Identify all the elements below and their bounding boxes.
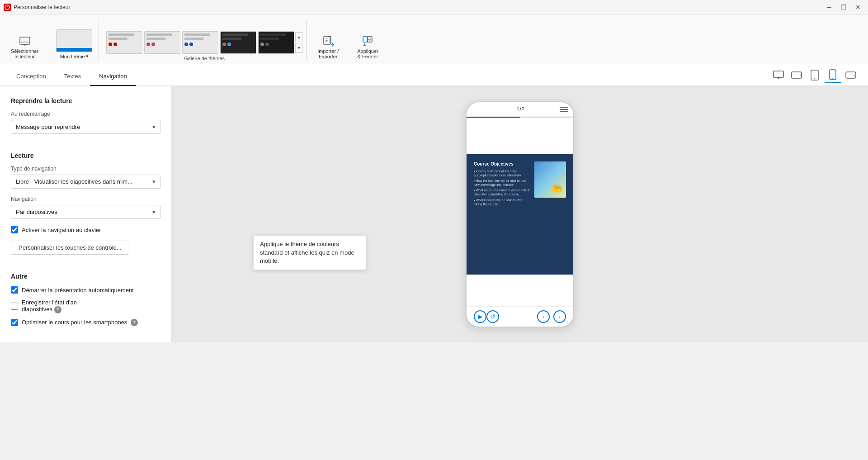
- enregistrer-help-icon[interactable]: ?: [54, 306, 61, 313]
- tab-conception[interactable]: Conception: [7, 67, 55, 86]
- phone-slide-blue: Course Objectives • Identify how technol…: [467, 154, 573, 275]
- enregistrer-label[interactable]: Enregistrer l'état d'an diapositives ?: [22, 299, 77, 313]
- theme-thumb-4[interactable]: [220, 31, 256, 54]
- hamburger-icon[interactable]: [560, 107, 568, 112]
- view-tablet-h-button[interactable]: [788, 67, 805, 83]
- tabs: Conception Textes Navigation: [0, 64, 868, 86]
- restore-button[interactable]: ❐: [837, 1, 850, 14]
- chevron-down-icon: ▾: [152, 123, 156, 130]
- phone-progress-fill: [467, 117, 520, 118]
- next-button[interactable]: ›: [553, 310, 566, 323]
- gallery-scroll-up[interactable]: ▲: [295, 32, 302, 42]
- theme-thumb-1[interactable]: [106, 31, 142, 54]
- tab-textes[interactable]: Textes: [55, 67, 90, 86]
- select-reader-icon: [19, 35, 31, 47]
- slide-text-column: Course Objectives • Identify how technol…: [474, 161, 531, 267]
- theme-accent-bar: [57, 48, 92, 52]
- svg-point-25: [854, 75, 855, 76]
- optimiser-label[interactable]: Optimiser le cours pour les smartphones …: [22, 319, 138, 327]
- my-theme-label: Mon thème ▾: [60, 53, 89, 59]
- ribbon-section-select: Sélectionner le lecteur: [4, 20, 46, 61]
- demarrer-checkbox[interactable]: [11, 286, 18, 294]
- phone-v-icon: [829, 69, 836, 80]
- gallery-scroll-down[interactable]: ▼: [295, 43, 302, 53]
- desktop-icon: [773, 71, 784, 80]
- tabs-container: Conception Textes Navigation: [0, 64, 868, 86]
- apply-close-button[interactable]: Appliquer & Fermer: [354, 33, 382, 61]
- navigation-label: Navigation: [11, 196, 160, 202]
- slide-bullet-4: • What learners will be able to after ta…: [474, 198, 531, 206]
- apply-close-icon: [361, 35, 374, 47]
- import-export-button[interactable]: Importer / Exporter: [314, 33, 342, 61]
- play-button[interactable]: ▶: [474, 310, 486, 323]
- optimiser-help-icon[interactable]: ?: [131, 319, 138, 326]
- tab-navigation[interactable]: Navigation: [90, 67, 136, 86]
- par-diapositives-dropdown[interactable]: Par diapositives ▾: [11, 205, 160, 219]
- close-button[interactable]: ✕: [852, 1, 864, 14]
- prev-button[interactable]: ‹: [537, 310, 550, 323]
- my-theme-button[interactable]: Mon thème ▾: [53, 28, 95, 61]
- page-indicator: 1/2: [516, 106, 524, 113]
- svg-rect-11: [363, 37, 368, 42]
- activer-navigation-checkbox[interactable]: [11, 226, 18, 233]
- ribbon-section-import: Importer / Exporter: [310, 20, 346, 61]
- activer-navigation-row: Activer la navigation au clavier: [11, 226, 160, 233]
- ribbon-section-my-theme: Mon thème ▾: [50, 20, 99, 61]
- enregistrer-checkbox[interactable]: [11, 303, 18, 310]
- svg-rect-15: [774, 71, 783, 77]
- view-toolbar: [770, 64, 868, 86]
- view-phone-v-button[interactable]: [825, 67, 841, 83]
- ribbon-section-gallery: ▲ ▼ Galerie de thèmes: [103, 20, 307, 61]
- optimiser-row: Optimiser le cours pour les smartphones …: [11, 319, 160, 327]
- theme-thumb-2[interactable]: [144, 31, 180, 54]
- import-export-icon: [322, 35, 335, 47]
- svg-point-21: [814, 78, 815, 79]
- svg-rect-2: [20, 37, 30, 44]
- phone-content: Course Objectives • Identify how technol…: [467, 118, 573, 306]
- libre-dropdown[interactable]: Libre - Visualiser les diapositives dans…: [11, 175, 160, 189]
- theme-gallery-wrapper: ▲ ▼: [106, 31, 302, 54]
- title-text: Personnaliser le lecteur: [14, 4, 70, 10]
- slide-image: 🤲: [534, 161, 566, 198]
- slide-title: Course Objectives: [474, 161, 531, 166]
- titlebar-left: Personnaliser le lecteur: [4, 4, 70, 11]
- slide-bullet-1: • Identify how technology helps accompli…: [474, 169, 531, 177]
- chevron-down-icon: ▾: [86, 53, 89, 59]
- tablet-v-icon: [810, 70, 819, 81]
- activer-navigation-label[interactable]: Activer la navigation au clavier: [22, 227, 101, 233]
- enregistrer-row: Enregistrer l'état d'an diapositives ?: [11, 299, 160, 313]
- view-desktop-button[interactable]: [770, 67, 787, 83]
- type-navigation-label: Type de navigation: [11, 166, 160, 172]
- theme-gallery: [106, 31, 294, 54]
- my-theme-preview: [56, 29, 92, 52]
- tooltip-text: Applique le thème de couleurs standard e…: [260, 241, 354, 264]
- view-tablet-v-button[interactable]: [807, 67, 823, 83]
- left-panel: Reprendre la lecture Au redémarrage Mess…: [0, 86, 172, 342]
- main-content: Reprendre la lecture Au redémarrage Mess…: [0, 86, 868, 342]
- view-phone-h-button[interactable]: [843, 67, 859, 83]
- replay-button[interactable]: ↺: [486, 310, 499, 323]
- tablet-h-icon: [791, 71, 802, 80]
- phone-h-icon: [845, 71, 856, 79]
- demarrer-row: Démarrer la présentation automatiquement: [11, 286, 160, 294]
- tooltip-box: Applique le thème de couleurs standard e…: [253, 235, 366, 270]
- theme-thumb-5[interactable]: [258, 31, 294, 54]
- chevron-down-icon: ▾: [152, 209, 156, 215]
- optimiser-checkbox[interactable]: [11, 319, 18, 326]
- right-panel: 1/2 Course Objectives •: [172, 86, 868, 342]
- ribbon: Sélectionner le lecteur Mon thème ▾: [0, 14, 868, 64]
- theme-thumb-3[interactable]: [182, 31, 218, 54]
- personnaliser-touches-button[interactable]: Personnaliser les touches de contrôle...: [11, 241, 129, 255]
- message-reprendre-dropdown[interactable]: Message pour reprendre ▾: [11, 120, 160, 134]
- ribbon-section-apply: Appliquer & Fermer: [350, 20, 385, 61]
- select-reader-button[interactable]: Sélectionner le lecteur: [7, 33, 42, 61]
- phone-progress-bar: [467, 117, 573, 118]
- gallery-label: Galerie de thèmes: [106, 56, 302, 61]
- minimize-button[interactable]: ─: [823, 1, 835, 14]
- gallery-scroll-buttons: ▲ ▼: [295, 32, 302, 53]
- app-icon: [4, 4, 11, 11]
- demarrer-label[interactable]: Démarrer la présentation automatiquement: [22, 287, 134, 294]
- phone-slide-white-bottom: [467, 275, 573, 306]
- phone-top-bar: 1/2: [467, 102, 573, 117]
- au-redemarrage-label: Au redémarrage: [11, 111, 160, 117]
